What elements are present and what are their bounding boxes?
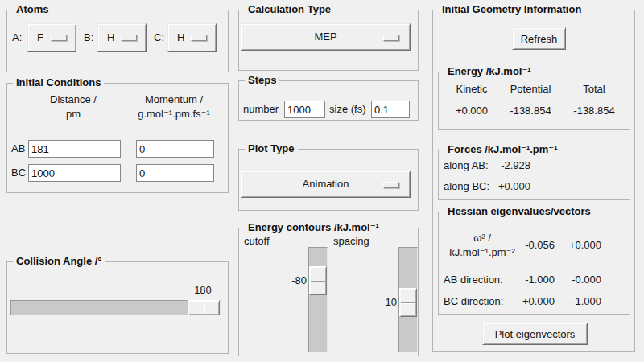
geometry-info-group: Initial Geometry Information Refresh Ene… [432,10,635,352]
collision-angle-slider-thumb[interactable] [188,300,220,315]
energy-value-total: -138.854 [561,105,627,117]
steps-size-label: size (fs) [329,103,366,116]
atom-b-value: H [107,31,114,44]
dropdown-indicator-icon [383,35,399,41]
steps-size-input[interactable] [371,101,410,118]
atom-b-label: B: [84,31,93,44]
bc-direction-label: BC direction: [444,295,503,308]
plot-type-dropdown[interactable]: Animation [241,171,411,198]
bc-distance-input[interactable] [28,164,121,182]
bc-direction-value-1: +0.000 [513,295,555,308]
row-ab-label: AB [11,142,25,155]
plot-type-title: Plot Type [245,142,298,155]
row-bc-label: BC [11,167,26,179]
energy-value-kinetic: +0.000 [444,105,500,117]
forces-subgroup: Forces /kJ.mol⁻¹.pm⁻¹ along AB: -2.928 a… [438,150,630,200]
energy-header-total: Total [561,83,627,96]
momentum-header-line1: Momentum / [124,93,224,106]
spacing-slider-thumb[interactable] [399,288,417,317]
bc-direction-value-2: -1.000 [559,295,601,308]
collision-angle-value: 180 [183,284,223,297]
distance-header-line2: pm [31,108,115,121]
ab-direction-value-1: -1.000 [513,274,555,286]
dropdown-indicator-icon [51,35,67,41]
energy-value-potential: -138.854 [500,105,561,117]
bc-momentum-input[interactable] [136,164,214,182]
slider-thumb-ridge [401,302,415,304]
dropdown-indicator-icon [383,182,399,188]
initial-conditions-title: Initial Conditions [13,76,104,89]
force-bc-label: along BC: [444,180,489,193]
atom-b-dropdown[interactable]: H [97,23,147,52]
collision-angle-title: Collision Angle /° [13,255,105,268]
hessian-eigenvalue-2: +0.000 [559,239,601,252]
hessian-subgroup-title: Hessian eigenvalues/vectors [444,205,594,218]
force-bc-value: +0.000 [490,180,530,193]
steps-number-input[interactable] [284,101,325,118]
atom-a-dropdown[interactable]: F [27,23,76,52]
energy-subgroup-title: Energy /kJ.mol⁻¹ [444,65,535,78]
atom-a-label: A: [12,31,22,44]
hessian-eigenvalue-1: -0.056 [513,239,555,252]
ab-direction-label: AB direction: [444,274,503,286]
distance-header-line1: Distance / [31,93,115,106]
atom-a-value: F [37,31,43,44]
spacing-value: 10 [361,296,397,309]
app-window: Atoms A: F B: H C: H Initial Conditions … [0,0,644,362]
calculation-type-title: Calculation Type [245,3,334,16]
atom-c-value: H [177,31,184,44]
forces-subgroup-title: Forces /kJ.mol⁻¹.pm⁻¹ [444,143,561,156]
ab-momentum-input[interactable] [136,140,214,158]
geometry-info-title: Initial Geometry Information [439,3,584,16]
cutoff-label: cutoff [244,235,270,248]
steps-number-label: number [243,103,279,116]
plot-eigenvectors-button[interactable]: Plot eigenvectors [482,323,588,345]
steps-group: Steps number size (fs) [238,80,419,121]
energy-header-kinetic: Kinetic [444,83,500,96]
hessian-subgroup: Hessian eigenvalues/vectors ω² / kJ.mol⁻… [438,212,630,315]
ab-distance-input[interactable] [28,140,121,158]
momentum-header-line2: g.mol⁻¹.pm.fs⁻¹ [124,108,224,121]
calculation-type-group: Calculation Type MEP [238,10,419,71]
atom-c-dropdown[interactable]: H [167,23,217,52]
energy-contours-group: Energy contours /kJ.mol⁻¹ cutoff spacing… [238,228,419,356]
dropdown-indicator-icon [191,35,207,41]
ab-direction-value-2: -0.000 [559,274,601,286]
collision-angle-group: Collision Angle /° 180 [6,261,229,354]
cutoff-value: -80 [271,274,307,287]
calculation-type-dropdown[interactable]: MEP [241,23,411,51]
initial-conditions-group: Initial Conditions Distance / pm Momentu… [6,83,229,193]
energy-header-potential: Potential [500,83,561,96]
slider-thumb-ridge [311,281,325,282]
dropdown-indicator-icon [121,35,137,41]
force-ab-label: along AB: [444,159,489,172]
energy-subgroup: Energy /kJ.mol⁻¹ Kinetic Potential Total… [438,72,630,130]
atom-c-label: C: [154,31,164,44]
refresh-button[interactable]: Refresh [512,27,566,50]
slider-thumb-ridge [204,302,205,314]
atoms-group: Atoms A: F B: H C: H [6,10,229,72]
energy-contours-title: Energy contours /kJ.mol⁻¹ [245,221,382,234]
force-ab-value: -2.928 [490,159,530,172]
atoms-group-title: Atoms [13,3,52,16]
plot-type-group: Plot Type Animation [238,149,419,211]
cutoff-slider-thumb[interactable] [309,266,327,295]
cutoff-slider-track[interactable] [308,247,328,352]
steps-title: Steps [245,74,279,87]
spacing-label: spacing [333,235,369,248]
